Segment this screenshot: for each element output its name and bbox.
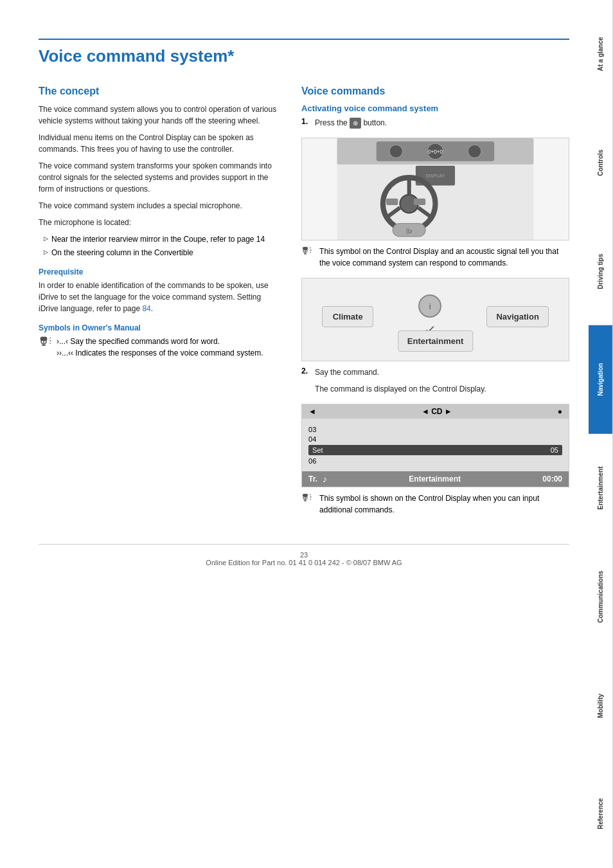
concept-para-2: Individual menu items on the Control Dis…: [39, 132, 282, 155]
activating-title: Activating voice command system: [301, 104, 569, 113]
button-indicator: ⊕: [350, 118, 361, 129]
symbol-text-1: ›...‹ Say the specified commands word fo…: [57, 336, 263, 347]
svg-line-36: [310, 494, 311, 495]
svg-rect-22: [414, 199, 425, 205]
cd-row-4: 06: [308, 457, 562, 465]
svg-text:0+0+0: 0+0+0: [428, 150, 443, 156]
step-1-text: Press the ⊕ button.: [315, 117, 387, 129]
navigation-button: Navigation: [486, 306, 548, 327]
climate-button: Climate: [322, 306, 373, 327]
svg-line-31: [310, 252, 311, 253]
concept-para-3: The voice command system transforms your…: [39, 160, 282, 195]
steering-wheel-image: 0+0+0 DISPLAY: [301, 138, 569, 240]
voice-commands-title: Voice commands: [301, 86, 569, 97]
symbol-text-block: ›...‹ Say the specified commands word fo…: [57, 336, 263, 359]
page-title: Voice command system*: [39, 39, 569, 66]
entertainment-button: Entertainment: [398, 330, 473, 352]
cd-title: ◄ CD ►: [422, 407, 452, 416]
mic-location-1: Near the interior rearview mirror in the…: [44, 233, 282, 245]
sidebar-tab-navigation[interactable]: Navigation: [589, 325, 613, 434]
cd-track-icon: ♪: [323, 474, 327, 484]
right-column: Voice commands Activating voice command …: [301, 86, 569, 525]
caption-2-icon: [301, 493, 315, 509]
svg-point-10: [389, 145, 402, 158]
sidebar-tab-reference[interactable]: Reference: [589, 759, 613, 868]
cd-top-bar: ◄ ◄ CD ► ●: [302, 404, 569, 419]
page-container: Voice command system* The concept The vo…: [0, 0, 613, 868]
page-ref-84[interactable]: 84: [142, 304, 150, 313]
cd-track-label: Tr.: [308, 475, 317, 484]
step-1-number: 1.: [301, 117, 312, 134]
sidebar: At a glance Controls Driving tips Naviga…: [589, 0, 613, 868]
sidebar-tab-communications[interactable]: Communications: [589, 543, 613, 651]
step-2-sub: The command is displayed on the Control …: [315, 383, 486, 395]
prerequisite-title: Prerequisite: [39, 267, 282, 276]
caption-2-text: This symbol is shown on the Control Disp…: [319, 493, 569, 516]
step-2-text: Say the command.: [315, 366, 486, 378]
cd-bottom-left-icons: Tr. ♪: [308, 474, 327, 484]
caption-1-text: This symbol on the Control Display and a…: [319, 246, 569, 269]
cd-rows: 03 04 Set05 06: [302, 419, 569, 471]
svg-line-6: [49, 343, 51, 344]
climate-nav-image: Climate i ↙ Navigation Entertainment: [301, 278, 569, 361]
svg-line-38: [310, 499, 311, 500]
cd-prev-arrow: ◄: [308, 407, 316, 416]
caption-1: This symbol on the Control Display and a…: [301, 246, 569, 269]
step-2-row: 2. Say the command. The command is displ…: [301, 366, 569, 400]
svg-line-4: [49, 338, 51, 339]
svg-point-12: [468, 145, 481, 158]
symbols-title: Symbols in Owner's Manual: [39, 323, 282, 332]
svg-rect-25: [303, 247, 308, 250]
mic-location-2: On the steering column in the Convertibl…: [44, 247, 282, 258]
svg-rect-0: [40, 337, 47, 341]
svg-rect-32: [303, 494, 308, 497]
cd-bottom-bar: Tr. ♪ Entertainment 00:00: [302, 471, 569, 487]
sidebar-tab-entertainment[interactable]: Entertainment: [589, 434, 613, 543]
concept-section-title: The concept: [39, 86, 282, 97]
mic-location-list: Near the interior rearview mirror in the…: [39, 233, 282, 258]
concept-para-1: The voice command system allows you to c…: [39, 104, 282, 127]
step-2-number: 2.: [301, 366, 312, 400]
svg-rect-21: [386, 199, 398, 205]
two-column-layout: The concept The voice command system all…: [39, 86, 569, 525]
symbol-row-1: ›...‹ Say the specified commands word fo…: [39, 336, 282, 359]
caption-2: This symbol is shown on the Control Disp…: [301, 493, 569, 516]
step-1-row: 1. Press the ⊕ button.: [301, 117, 569, 134]
cd-display-image: ◄ ◄ CD ► ● 03 04 Set05: [301, 404, 569, 487]
sidebar-tab-driving-tips[interactable]: Driving tips: [589, 217, 613, 326]
left-column: The concept The voice command system all…: [39, 86, 282, 525]
cd-row-3-highlight: Set05: [308, 445, 562, 455]
concept-para-4: The voice command system includes a spec…: [39, 200, 282, 212]
voice-symbol-icon: [39, 336, 53, 353]
cd-entertainment-label: Entertainment: [409, 475, 461, 484]
page-number: 23: [300, 551, 308, 559]
sidebar-tab-controls[interactable]: Controls: [589, 109, 613, 217]
sidebar-tab-at-a-glance[interactable]: At a glance: [589, 0, 613, 109]
cd-next-arrow: ●: [558, 407, 562, 416]
caption-1-icon: [301, 246, 315, 262]
main-content: Voice command system* The concept The vo…: [0, 0, 589, 868]
concept-para-5: The microphone is located:: [39, 217, 282, 228]
cd-row-2: 04: [308, 435, 562, 443]
svg-line-29: [310, 248, 311, 248]
svg-text:DISPLAY: DISPLAY: [426, 174, 445, 179]
sidebar-tab-mobility[interactable]: Mobility: [589, 651, 613, 760]
svg-text:((ↄ: ((ↄ: [406, 228, 412, 234]
page-footer: 23 Online Edition for Part no. 01 41 0 0…: [39, 544, 569, 566]
center-info-circle: i: [418, 294, 441, 318]
prerequisite-text: In order to enable identification of the…: [39, 280, 282, 314]
symbol-text-2: ››...‹‹ Indicates the responses of the v…: [57, 347, 263, 359]
cd-time-display: 00:00: [542, 475, 562, 484]
cd-row-1: 03: [308, 426, 562, 433]
footer-text: Online Edition for Part no. 01 41 0 014 …: [206, 559, 402, 566]
